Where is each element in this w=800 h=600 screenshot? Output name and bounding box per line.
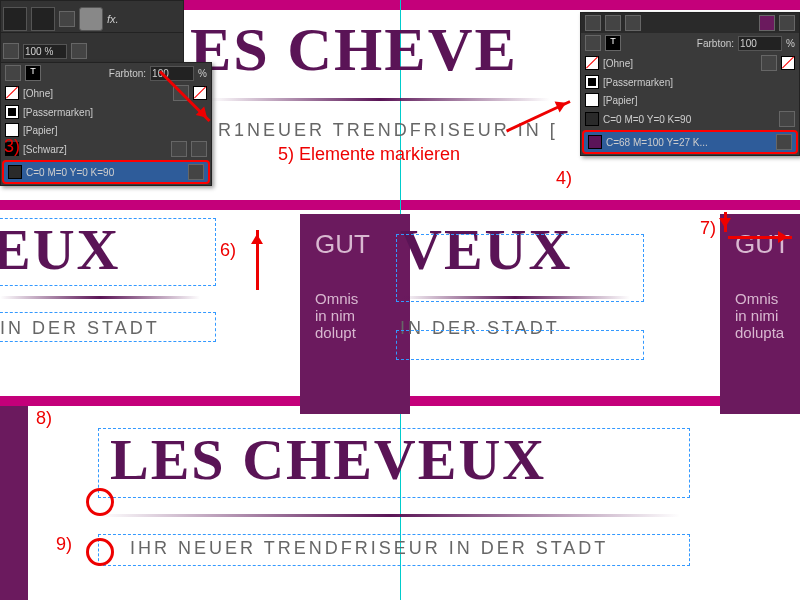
annot-5: 5) Elemente markieren: [278, 144, 460, 165]
opacity-icon: [3, 43, 19, 59]
annot-9: 9): [56, 534, 72, 555]
cmyk-icon: [188, 164, 204, 180]
selection-box[interactable]: [0, 218, 216, 286]
cmyk-icon: [191, 141, 207, 157]
swatch-k90-icon: [8, 165, 22, 179]
annot-3: 3): [4, 136, 20, 157]
opacity-input[interactable]: [23, 44, 67, 59]
swatch-reg-icon: [5, 105, 19, 119]
fx-label: fx.: [107, 13, 119, 25]
swatch-purple-icon: [588, 135, 602, 149]
panel-icon-row: [581, 13, 799, 33]
panel-icon[interactable]: [779, 15, 795, 31]
divider-mid-left: [0, 296, 200, 299]
t-icon[interactable]: [59, 11, 75, 27]
none-icon: [193, 86, 207, 100]
selection-box[interactable]: [396, 330, 644, 360]
selection-box[interactable]: [0, 312, 216, 342]
arrow-7-right: [728, 236, 792, 239]
divider-top: [210, 98, 550, 101]
swatch-box[interactable]: [3, 7, 27, 31]
panel-icon[interactable]: [585, 15, 601, 31]
swatch-row-selected[interactable]: C=68 M=100 Y=27 K...: [582, 130, 798, 154]
swatch-box2[interactable]: [31, 7, 55, 31]
farbton-input[interactable]: [738, 36, 782, 51]
purple-edge: [0, 406, 28, 600]
pct: %: [786, 38, 795, 49]
title-bottom: LES CHEVEUX: [110, 426, 546, 493]
lorem: dolupta: [735, 324, 800, 341]
lorem: in nim: [315, 307, 395, 324]
cmyk-icon: [779, 111, 795, 127]
swatch-row[interactable]: [Passermarken]: [1, 103, 211, 121]
farbton-label: Farbton:: [697, 38, 734, 49]
lorem: dolupt: [315, 324, 395, 341]
formatting-affects-container[interactable]: [79, 7, 103, 31]
swatch-row[interactable]: [Schwarz]: [1, 139, 211, 159]
annot-6: 6): [220, 240, 236, 261]
swatch-row-selected[interactable]: C=0 M=0 Y=0 K=90: [2, 160, 210, 184]
swatch-row[interactable]: [Papier]: [1, 121, 211, 139]
panel-icon[interactable]: [759, 15, 775, 31]
subtitle-bottom: IHR NEUER TRENDFRISEUR IN DER STADT: [130, 538, 608, 559]
pct: %: [198, 68, 207, 79]
panel-icon[interactable]: [625, 15, 641, 31]
annot-8: 8): [36, 408, 52, 429]
swatches-panel-left[interactable]: T Farbton: % [Ohne] [Passermarken] [Papi…: [0, 62, 212, 186]
circle-9: [86, 538, 114, 566]
swatch-k90-icon: [585, 112, 599, 126]
swatch-none-icon: [585, 56, 599, 70]
fill-icon[interactable]: [585, 35, 601, 51]
cmyk-icon: [776, 134, 792, 150]
panel-header: T Farbton: %: [581, 33, 799, 53]
x-icon: [171, 141, 187, 157]
arrow-6: [256, 230, 259, 290]
farbton-label: Farbton:: [109, 68, 146, 79]
gut-title: GUT: [315, 229, 395, 260]
selection-box[interactable]: [396, 234, 644, 302]
gut-box-left: GUT Omnis in nim dolupt: [300, 214, 410, 414]
gut-box-right: GUT Omnis in nimi dolupta: [720, 214, 800, 414]
annot-7: 7): [700, 218, 716, 239]
swatch-reg-icon: [585, 75, 599, 89]
farbton-input[interactable]: [150, 66, 194, 81]
panel-header: T Farbton: %: [1, 63, 211, 83]
dropdown-icon[interactable]: [71, 43, 87, 59]
swatch-row[interactable]: [Ohne]: [581, 53, 799, 73]
annot-4: 4): [556, 168, 572, 189]
arrow-7-down: [724, 212, 727, 232]
swatch-paper-icon: [585, 93, 599, 107]
fill-icon[interactable]: [5, 65, 21, 81]
t-icon[interactable]: T: [605, 35, 621, 51]
circle-8: [86, 488, 114, 516]
swatch-row[interactable]: [Papier]: [581, 91, 799, 109]
swatch-paper-icon: [5, 123, 19, 137]
title-top: ES CHEVE: [190, 14, 518, 85]
lorem: Omnis: [735, 290, 800, 307]
x-icon: [761, 55, 777, 71]
swatch-row[interactable]: C=0 M=0 Y=0 K=90: [581, 109, 799, 129]
panel-icon[interactable]: [605, 15, 621, 31]
lorem: Omnis: [315, 290, 395, 307]
divider-bottom: [100, 514, 680, 517]
swatches-panel-right[interactable]: T Farbton: % [Ohne] [Passermarken] [Papi…: [580, 12, 800, 156]
t-icon[interactable]: T: [25, 65, 41, 81]
swatch-none-icon: [5, 86, 19, 100]
none-icon: [781, 56, 795, 70]
lorem: in nimi: [735, 307, 800, 324]
swatch-row[interactable]: [Passermarken]: [581, 73, 799, 91]
